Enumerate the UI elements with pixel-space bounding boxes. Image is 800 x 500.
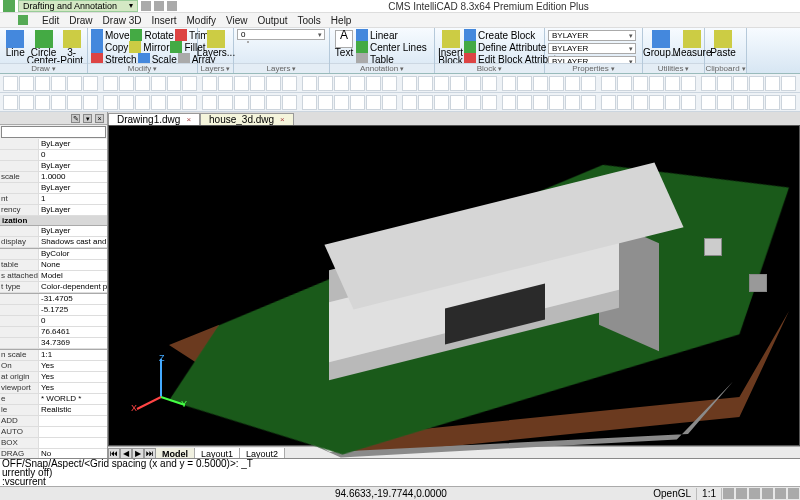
close-icon[interactable]: × [95,114,104,123]
toolbar-button[interactable] [218,76,233,91]
toolbar-button[interactable] [549,76,564,91]
toolbar-button[interactable] [581,95,596,110]
status-scale[interactable]: 1:1 [697,488,722,500]
prop-row[interactable]: nt1 [0,194,107,205]
toolbar-button[interactable] [565,95,580,110]
viewport[interactable]: Z X Y [108,125,800,446]
toolbar-button[interactable] [633,95,648,110]
toolbar-button[interactable] [182,95,197,110]
toolbar-button[interactable] [482,95,497,110]
toolbar-button[interactable] [781,95,796,110]
toolbar-button[interactable] [19,95,34,110]
pin-icon[interactable]: ✎ [71,114,80,123]
prop-row[interactable]: 0 [0,150,107,161]
prop-row[interactable]: s attached toModel [0,271,107,282]
status-icon[interactable] [762,488,773,499]
qat-icon[interactable] [141,1,151,11]
toolbar-button[interactable] [35,76,50,91]
toolbar-button[interactable] [601,76,616,91]
toolbar-button[interactable] [250,95,265,110]
toolbar-button[interactable] [533,95,548,110]
insert-block-button[interactable]: Insert Block [438,29,463,65]
prop-row[interactable]: 0 [0,316,107,327]
toolbar-button[interactable] [318,76,333,91]
prop-row[interactable]: ByLayer [0,183,107,194]
toolbar-button[interactable] [182,76,197,91]
app-menu-icon[interactable] [18,15,28,25]
toolbar-button[interactable] [649,95,664,110]
toolbar-button[interactable] [765,95,780,110]
ltype-select[interactable]: BYLAYER [548,43,636,54]
toolbar-button[interactable] [266,95,281,110]
toolbar-button[interactable] [151,76,166,91]
panel-label[interactable]: Draw [0,63,87,73]
toolbar-button[interactable] [334,76,349,91]
toolbar-button[interactable] [418,95,433,110]
toolbar-button[interactable] [167,95,182,110]
prop-row[interactable]: displayShadows cast and receiv... [0,237,107,248]
menu-draw3d[interactable]: Draw 3D [103,15,142,26]
menu-help[interactable]: Help [331,15,352,26]
layer-tool-icon[interactable] [247,41,249,43]
menu-view[interactable]: View [226,15,248,26]
toolbar-button[interactable] [51,76,66,91]
prop-row[interactable]: tableNone [0,260,107,271]
toolbar-button[interactable] [466,95,481,110]
toolbar-button[interactable] [282,95,297,110]
toolbar-button[interactable] [51,95,66,110]
panel-label[interactable]: Properties [545,63,642,73]
layer-select[interactable]: 0 [237,29,325,40]
close-tab-icon[interactable]: × [186,115,191,124]
toolbar-button[interactable] [202,95,217,110]
mirror-button[interactable]: Mirror [129,41,169,53]
prop-row[interactable]: e* WORLD * [0,394,107,405]
centerlines-button[interactable]: Center Lines [356,41,427,53]
toolbar-button[interactable] [733,95,748,110]
toolbar-button[interactable] [665,76,680,91]
prop-row[interactable]: ADD [0,416,107,427]
toolbar-button[interactable] [517,76,532,91]
toolbar-button[interactable] [234,95,249,110]
toolbar-button[interactable] [234,76,249,91]
toolbar-button[interactable] [733,76,748,91]
toolbar-button[interactable] [601,95,616,110]
toolbar-button[interactable] [717,95,732,110]
menu-insert[interactable]: Insert [151,15,176,26]
prop-row[interactable]: 34.7369 [0,338,107,349]
toolbar-button[interactable] [151,95,166,110]
qat-icon[interactable] [167,1,177,11]
prop-row[interactable]: n scale1:1 [0,350,107,361]
toolbar-button[interactable] [366,76,381,91]
move-button[interactable]: Move [91,29,129,41]
toolbar-button[interactable] [366,95,381,110]
close-tab-icon[interactable]: × [280,115,285,124]
toolbar-button[interactable] [701,95,716,110]
prop-row[interactable]: BOX [0,438,107,449]
selection-combo[interactable] [1,126,106,138]
copy-button[interactable]: Copy [91,41,128,53]
toolbar-button[interactable] [533,76,548,91]
color-select[interactable]: BYLAYER [548,30,636,41]
menu-modify[interactable]: Modify [187,15,216,26]
toolbar-button[interactable] [318,95,333,110]
qat-icon[interactable] [154,1,164,11]
prop-row[interactable]: AUTO [0,427,107,438]
toolbar-button[interactable] [402,76,417,91]
toolbar-button[interactable] [502,95,517,110]
toolbar-button[interactable] [434,95,449,110]
panel-label[interactable]: Layers [234,63,329,73]
prop-row[interactable]: viewportYes [0,383,107,394]
prop-row[interactable]: leRealistic [0,405,107,416]
toolbar-button[interactable] [402,95,417,110]
toolbar-button[interactable] [418,76,433,91]
drawing-tab[interactable]: house_3d.dwg× [200,113,294,125]
prop-row[interactable]: -5.1725 [0,305,107,316]
status-icon[interactable] [723,488,734,499]
toolbar-button[interactable] [167,76,182,91]
collapse-icon[interactable]: ▾ [83,114,92,123]
toolbar-button[interactable] [334,95,349,110]
prop-row[interactable]: ByColor [0,249,107,260]
panel-label[interactable]: Block [435,63,544,73]
prop-row[interactable]: ByLayer [0,161,107,172]
toolbar-button[interactable] [765,76,780,91]
